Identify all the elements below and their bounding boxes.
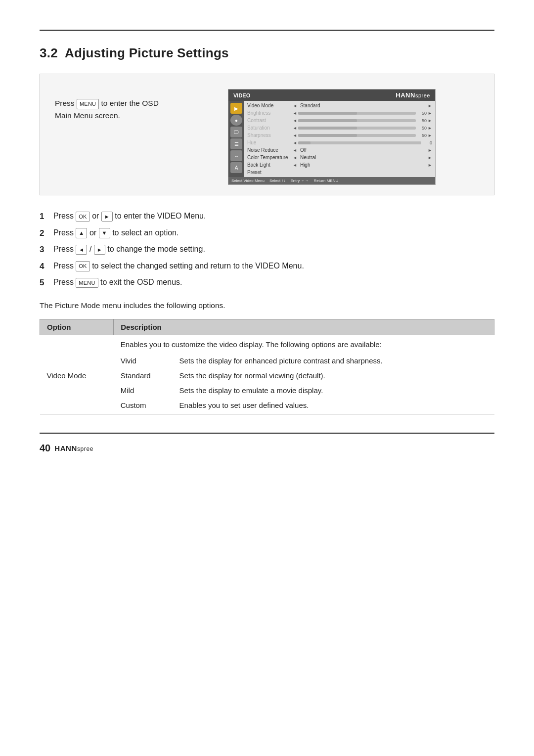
osd-colortemp-left: ◄ bbox=[293, 155, 297, 160]
col-option-header: Option bbox=[40, 319, 114, 335]
osd-slider-contrast bbox=[298, 119, 416, 122]
inner-desc-custom: Enables you to set user defined values. bbox=[179, 396, 488, 411]
left-key-3: ◄ bbox=[76, 245, 87, 255]
osd-colortemp-right: ► bbox=[428, 155, 432, 160]
ok-key-4: OK bbox=[76, 261, 89, 271]
page-footer: 40 HANNspree bbox=[40, 443, 494, 454]
osd-icon-5: ↔ bbox=[230, 150, 242, 161]
osd-slider-hue bbox=[298, 141, 421, 144]
osd-icons-col: ▶ ● 🖵 ☰ ↔ A bbox=[228, 101, 244, 177]
osd-brightness-left: ◄ bbox=[293, 111, 297, 116]
osd-label-brightness: Brightness bbox=[247, 110, 292, 116]
section-title: 3.2 Adjusting Picture Settings bbox=[40, 45, 494, 61]
osd-row-sharpness: Sharpness ◄ 50 ► bbox=[247, 132, 432, 139]
osd-row-noisereduce: Noise Reduce ◄ Off ► bbox=[247, 146, 432, 154]
right-key-1: ► bbox=[101, 212, 113, 222]
top-rule bbox=[40, 30, 494, 31]
osd-left-text: Press MENU to enter the OSD Main Menu sc… bbox=[55, 89, 213, 122]
osd-label-colortemp: Color Temperature bbox=[247, 155, 292, 160]
osd-icon-2: ● bbox=[230, 115, 242, 126]
osd-row-videomode: Video Mode ◄ Standard ► bbox=[247, 102, 432, 109]
osd-label-saturation: Saturation bbox=[247, 125, 292, 131]
step-1-text: Press OK or ► to enter the VIDEO Menu. bbox=[53, 210, 494, 222]
osd-slider-brightness bbox=[298, 112, 416, 115]
osd-header: VIDEO HANNspree bbox=[228, 89, 435, 101]
osd-label-preset: Preset bbox=[247, 170, 292, 175]
osd-main-menu: Main Menu screen. bbox=[55, 111, 213, 120]
osd-contrast-right: ► bbox=[428, 118, 432, 123]
osd-saturation-right: ► bbox=[428, 126, 432, 131]
osd-footer-entry: Entry ←→ bbox=[290, 178, 309, 183]
osd-arrow-right-1: ► bbox=[428, 103, 432, 108]
page-number: 40 bbox=[40, 443, 50, 454]
step-4: 4 Press OK to select the changed setting… bbox=[40, 260, 494, 273]
step-1-num: 1 bbox=[40, 210, 53, 223]
inner-desc-mild: Sets the display to emulate a movie disp… bbox=[179, 381, 488, 396]
osd-row-contrast: Contrast ◄ 50 ► bbox=[247, 117, 432, 124]
inner-option-custom: Custom bbox=[121, 396, 179, 411]
osd-screen: VIDEO HANNspree ▶ ● 🖵 ☰ ↔ A Video Mo bbox=[228, 89, 436, 185]
up-key-2: ▲ bbox=[76, 228, 87, 238]
desc-cell-videomode: Enables you to customize the video displ… bbox=[114, 335, 494, 414]
osd-slider-saturation bbox=[298, 127, 416, 130]
osd-row-hue: Hue ◄ 0 bbox=[247, 139, 432, 146]
osd-val-hue: 0 bbox=[422, 140, 432, 145]
osd-saturation-left: ◄ bbox=[293, 126, 297, 131]
intro-text: The Picture Mode menu includes the follo… bbox=[40, 301, 494, 310]
osd-noise-left: ◄ bbox=[293, 148, 297, 153]
osd-label-backlight: Back Light bbox=[247, 162, 292, 168]
osd-value-videomode: Standard bbox=[298, 103, 427, 108]
step-5-text: Press MENU to exit the OSD menus. bbox=[53, 276, 494, 288]
osd-video-label: VIDEO bbox=[233, 92, 250, 98]
inner-option-standard: Standard bbox=[121, 366, 179, 381]
osd-val-contrast: 50 bbox=[417, 118, 427, 123]
osd-sharpness-left: ◄ bbox=[293, 133, 297, 138]
right-key-3: ► bbox=[94, 245, 105, 255]
osd-sharpness-right: ► bbox=[428, 133, 432, 138]
osd-row-colortemp: Color Temperature ◄ Neutral ► bbox=[247, 154, 432, 161]
osd-label-sharpness: Sharpness bbox=[247, 133, 292, 138]
step-2-num: 2 bbox=[40, 227, 53, 240]
osd-footer-return: Return MENU bbox=[313, 178, 338, 183]
osd-val-sharpness: 50 bbox=[417, 133, 427, 138]
osd-label-videomode: Video Mode bbox=[247, 103, 292, 108]
osd-icon-3: 🖵 bbox=[230, 127, 242, 137]
osd-to-enter: to enter the OSD bbox=[101, 99, 159, 107]
osd-container: Press MENU to enter the OSD Main Menu sc… bbox=[40, 74, 494, 195]
step-4-text: Press OK to select the changed setting a… bbox=[53, 260, 494, 272]
menu-key: MENU bbox=[77, 99, 99, 109]
desc-intro: Enables you to customize the video displ… bbox=[121, 340, 488, 349]
step-1: 1 Press OK or ► to enter the VIDEO Menu. bbox=[40, 210, 494, 223]
osd-footer-select: Select ↑↓ bbox=[269, 178, 285, 183]
col-desc-header: Description bbox=[114, 319, 494, 335]
or-text-1: or bbox=[92, 212, 101, 220]
osd-label-hue: Hue bbox=[247, 140, 292, 145]
osd-arrow-left-1: ◄ bbox=[293, 103, 297, 108]
step-3-num: 3 bbox=[40, 243, 53, 256]
table-header-row: Option Description bbox=[40, 319, 494, 335]
inner-table: Vivid Sets the display for enhanced pict… bbox=[121, 352, 488, 411]
step-3-text: Press ◄ / ► to change the mode setting. bbox=[53, 243, 494, 255]
osd-val-saturation: 50 bbox=[417, 126, 427, 131]
inner-option-mild: Mild bbox=[121, 381, 179, 396]
page: 3.2 Adjusting Picture Settings Press MEN… bbox=[0, 0, 534, 756]
step-2-text: Press ▲ or ▼ to select an option. bbox=[53, 227, 494, 239]
osd-icon-video: ▶ bbox=[230, 103, 242, 114]
osd-slider-sharpness bbox=[298, 134, 416, 137]
osd-row-preset: Preset bbox=[247, 169, 432, 176]
inner-row-standard: Standard Sets the display for normal vie… bbox=[121, 366, 488, 381]
inner-row-vivid: Vivid Sets the display for enhanced pict… bbox=[121, 352, 488, 366]
bottom-rule bbox=[40, 433, 494, 434]
osd-value-colortemp: Neutral bbox=[298, 155, 427, 160]
osd-icon-6: A bbox=[230, 162, 242, 173]
inner-option-vivid: Vivid bbox=[121, 352, 179, 366]
steps-list: 1 Press OK or ► to enter the VIDEO Menu.… bbox=[40, 210, 494, 289]
osd-icon-4: ☰ bbox=[230, 138, 242, 149]
inner-desc-standard: Sets the display for normal viewing (def… bbox=[179, 366, 488, 381]
options-table: Option Description Video Mode Enables yo… bbox=[40, 319, 494, 415]
osd-row-saturation: Saturation ◄ 50 ► bbox=[247, 124, 432, 132]
osd-brightness-right: ► bbox=[428, 111, 432, 116]
osd-label-noisereduce: Noise Reduce bbox=[247, 147, 292, 153]
osd-press-label: Press bbox=[55, 99, 75, 107]
osd-value-noise: Off bbox=[298, 147, 427, 153]
